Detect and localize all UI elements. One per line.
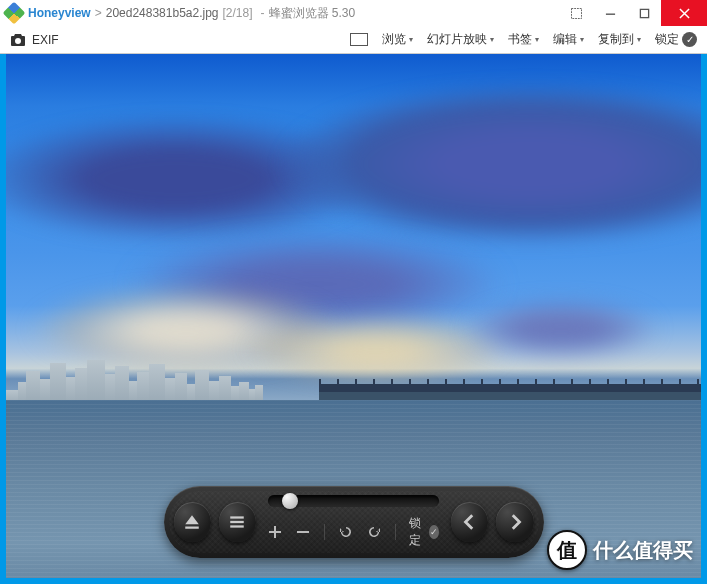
fullscreen-button[interactable] bbox=[559, 0, 593, 26]
app-logo-icon bbox=[6, 5, 22, 21]
camera-icon bbox=[10, 33, 26, 47]
breadcrumb-sep: > bbox=[95, 6, 102, 20]
check-circle-icon: ✓ bbox=[682, 32, 697, 47]
window-controls bbox=[559, 0, 707, 26]
menu-edit-label: 编辑 bbox=[553, 31, 577, 48]
menu-edit[interactable]: 编辑▾ bbox=[547, 28, 590, 51]
chevron-left-icon bbox=[461, 513, 479, 531]
menu-view[interactable]: 浏览▾ bbox=[376, 28, 419, 51]
fit-icon bbox=[350, 33, 368, 46]
app-suffix: 蜂蜜浏览器 5.30 bbox=[269, 5, 356, 22]
chevron-down-icon: ▾ bbox=[580, 35, 584, 44]
menu-bookmark-label: 书签 bbox=[508, 31, 532, 48]
chevron-right-icon bbox=[506, 513, 524, 531]
watermark-text: 什么值得买 bbox=[593, 537, 693, 564]
menu-icon bbox=[228, 513, 246, 531]
next-button[interactable] bbox=[496, 502, 533, 542]
exif-label: EXIF bbox=[32, 33, 59, 47]
svg-rect-8 bbox=[297, 531, 309, 533]
undo-icon bbox=[339, 525, 353, 539]
chevron-down-icon: ▾ bbox=[637, 35, 641, 44]
slider-knob[interactable] bbox=[282, 493, 298, 509]
lock-label: 锁定 bbox=[409, 515, 426, 549]
fit-mode-button[interactable] bbox=[344, 30, 374, 49]
divider bbox=[324, 524, 325, 540]
svg-rect-1 bbox=[605, 13, 614, 14]
menu-lock-label: 锁定 bbox=[655, 31, 679, 48]
maximize-button[interactable] bbox=[627, 0, 661, 26]
rotate-right-button[interactable] bbox=[367, 525, 381, 539]
eject-icon bbox=[183, 513, 201, 531]
svg-rect-3 bbox=[231, 516, 245, 518]
minimize-button[interactable] bbox=[593, 0, 627, 26]
menu-bookmark[interactable]: 书签▾ bbox=[502, 28, 545, 51]
check-circle-icon: ✓ bbox=[429, 525, 439, 539]
image-viewport[interactable]: 锁定 ✓ 值 什么值得买 bbox=[6, 54, 701, 578]
menu-copyto[interactable]: 复制到▾ bbox=[592, 28, 647, 51]
title-bar: Honeyview > 20ed248381b5a2.jpg [2/18] - … bbox=[0, 0, 707, 26]
menu-view-label: 浏览 bbox=[382, 31, 406, 48]
svg-rect-2 bbox=[640, 9, 648, 17]
menu-copyto-label: 复制到 bbox=[598, 31, 634, 48]
redo-icon bbox=[367, 525, 381, 539]
svg-rect-5 bbox=[231, 525, 245, 527]
player-controls: 锁定 ✓ bbox=[164, 486, 544, 558]
zoom-out-button[interactable] bbox=[296, 525, 310, 539]
app-name: Honeyview bbox=[28, 6, 91, 20]
file-index: [2/18] bbox=[223, 6, 253, 20]
svg-rect-4 bbox=[231, 521, 245, 523]
menu-slideshow[interactable]: 幻灯片放映▾ bbox=[421, 28, 500, 51]
svg-rect-0 bbox=[571, 8, 581, 18]
prev-button[interactable] bbox=[451, 502, 488, 542]
progress-slider[interactable] bbox=[268, 495, 439, 507]
chevron-down-icon: ▾ bbox=[490, 35, 494, 44]
zoom-in-button[interactable] bbox=[268, 525, 282, 539]
title-dash: - bbox=[261, 6, 265, 20]
lock-toggle[interactable]: 锁定 ✓ bbox=[409, 515, 439, 549]
plus-icon bbox=[268, 525, 282, 539]
svg-rect-7 bbox=[269, 531, 281, 533]
watermark: 值 什么值得买 bbox=[547, 528, 693, 572]
file-name: 20ed248381b5a2.jpg bbox=[106, 6, 219, 20]
watermark-badge: 值 bbox=[547, 530, 587, 570]
close-button[interactable] bbox=[661, 0, 707, 26]
menu-slideshow-label: 幻灯片放映 bbox=[427, 31, 487, 48]
toolbar: EXIF 浏览▾ 幻灯片放映▾ 书签▾ 编辑▾ 复制到▾ 锁定 ✓ bbox=[0, 26, 707, 54]
minus-icon bbox=[296, 525, 310, 539]
rotate-left-button[interactable] bbox=[339, 525, 353, 539]
exif-button[interactable]: EXIF bbox=[4, 33, 59, 47]
chevron-down-icon: ▾ bbox=[409, 35, 413, 44]
menu-lock[interactable]: 锁定 ✓ bbox=[649, 28, 703, 51]
menu-button[interactable] bbox=[219, 502, 256, 542]
chevron-down-icon: ▾ bbox=[535, 35, 539, 44]
divider bbox=[395, 524, 396, 540]
eject-button[interactable] bbox=[174, 502, 211, 542]
